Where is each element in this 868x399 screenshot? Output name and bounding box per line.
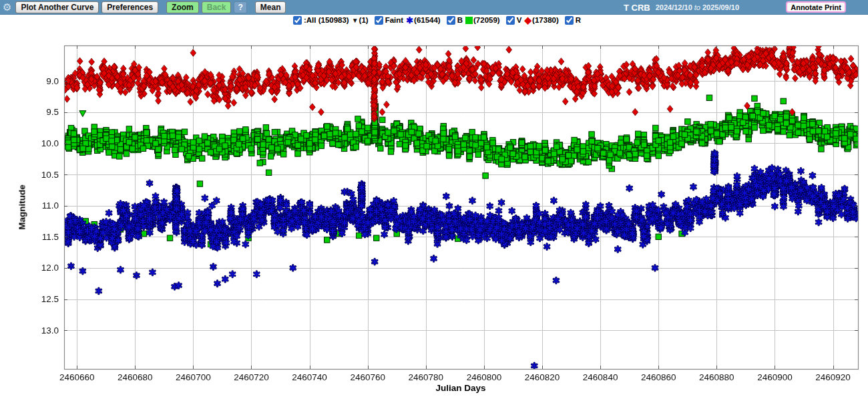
settings-gear-icon[interactable]: ⚙ [3, 2, 11, 12]
star-name: T CRB [624, 3, 650, 13]
v-band-square-icon [465, 17, 473, 24]
b-band-count: (61544) [414, 16, 441, 24]
faint-checkbox[interactable] [375, 16, 383, 25]
plot-title: T CRB 2024/12/10to2025/09/10 [624, 0, 739, 15]
b-band-star-icon: ✱ [406, 17, 413, 24]
annotate-print-button[interactable]: Annotate Print [786, 1, 846, 13]
lightcurve-chart: Magnitude Julian Days [0, 25, 868, 399]
faint-count: (1) [359, 16, 369, 24]
all-checkbox[interactable] [293, 16, 302, 25]
date-range: 2024/12/10to2025/09/10 [656, 3, 739, 11]
mean-button[interactable]: Mean [255, 1, 286, 13]
legend-bar: :All (150983) ▼ (1) Faint ✱ (61544) B (7… [0, 15, 868, 25]
legend-item-b: ✱ (61544) B [406, 16, 463, 25]
v-band-count: (72059) [473, 16, 500, 24]
toolbar: ⚙ Plot Another Curve Preferences Zoom Ba… [0, 0, 868, 15]
faint-label: Faint [385, 16, 403, 24]
y-axis-label: Magnitude [17, 184, 27, 230]
faint-triangle-icon: ▼ [352, 17, 359, 24]
r-band-label: R [576, 16, 581, 24]
r-band-diamond-icon: ◆ [524, 17, 531, 24]
lightcurve-canvas[interactable] [0, 25, 868, 399]
r-band-count: (17380) [532, 16, 559, 24]
b-band-label: B [457, 16, 463, 24]
r-band-checkbox[interactable] [565, 16, 574, 25]
v-band-checkbox[interactable] [506, 16, 515, 25]
help-button[interactable]: ? [234, 1, 246, 13]
legend-item-r: ◆ (17380) R [524, 16, 581, 25]
x-axis-label: Julian Days [435, 383, 485, 393]
back-button[interactable]: Back [202, 1, 232, 13]
preferences-button[interactable]: Preferences [101, 1, 158, 13]
legend-item-all: :All (150983) [287, 16, 349, 25]
all-label: :All (150983) [304, 16, 349, 24]
legend-item-faint: ▼ (1) Faint [352, 16, 403, 25]
legend-item-v: (72059) V [465, 16, 521, 25]
b-band-checkbox[interactable] [447, 16, 455, 25]
plot-another-curve-button[interactable]: Plot Another Curve [15, 1, 99, 13]
v-band-label: V [517, 16, 522, 24]
zoom-button[interactable]: Zoom [166, 1, 199, 13]
